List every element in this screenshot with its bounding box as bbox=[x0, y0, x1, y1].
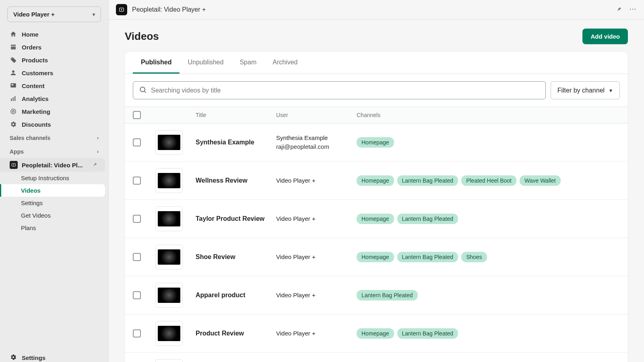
video-thumbnail[interactable] bbox=[155, 283, 183, 308]
svg-rect-2 bbox=[11, 99, 12, 101]
row-title: Shoe Review bbox=[196, 253, 276, 261]
tab-spam[interactable]: Spam bbox=[231, 51, 264, 74]
row-user-name: Video Player + bbox=[276, 214, 357, 223]
nav-label: Home bbox=[22, 31, 39, 38]
tab-unpublished[interactable]: Unpublished bbox=[180, 51, 231, 74]
row-checkbox[interactable] bbox=[133, 253, 141, 261]
gear-icon bbox=[10, 354, 17, 362]
video-thumbnail[interactable] bbox=[155, 359, 183, 362]
sidebar: Video Player + ▾ HomeOrdersProductsCusto… bbox=[0, 0, 109, 362]
marketing-icon bbox=[10, 108, 17, 115]
table-row[interactable]: Apparel productVideo Player +Lantern Bag… bbox=[125, 276, 628, 315]
home-icon bbox=[10, 31, 17, 38]
sidebar-item-analytics[interactable]: Analytics bbox=[0, 92, 108, 105]
app-subnav-get-videos[interactable]: Get Videos bbox=[0, 209, 108, 222]
sidebar-item-marketing[interactable]: Marketing bbox=[0, 105, 108, 118]
select-all-checkbox[interactable] bbox=[133, 111, 141, 119]
add-video-button[interactable]: Add video bbox=[582, 29, 628, 44]
nav-label: Customers bbox=[22, 70, 53, 76]
filter-by-channel-button[interactable]: Filter by channel ▼ bbox=[551, 81, 620, 99]
app-subnav-settings[interactable]: Settings bbox=[0, 197, 108, 209]
search-input-wrapper[interactable] bbox=[133, 81, 546, 99]
store-selector[interactable]: Video Player + ▾ bbox=[7, 6, 101, 22]
video-thumbnail[interactable] bbox=[155, 130, 183, 155]
svg-point-11 bbox=[140, 87, 145, 92]
analytics-icon bbox=[10, 95, 17, 102]
tab-archived[interactable]: Archived bbox=[264, 51, 305, 74]
table-row[interactable]: Taylor Product ReviewVideo Player +Homep… bbox=[125, 200, 628, 238]
video-thumbnail[interactable] bbox=[155, 206, 183, 231]
video-thumbnail[interactable] bbox=[155, 245, 183, 269]
row-user-name: Video Player + bbox=[276, 329, 357, 338]
pin-icon[interactable] bbox=[616, 6, 622, 14]
tabs: PublishedUnpublishedSpamArchived bbox=[125, 51, 628, 74]
app-subnav-videos[interactable]: Videos bbox=[0, 184, 105, 197]
table-body: Synthesia ExampleSynthesia Exampleraji@p… bbox=[125, 123, 628, 362]
row-checkbox[interactable] bbox=[133, 177, 141, 185]
row-checkbox[interactable] bbox=[133, 291, 141, 299]
nav-label: Content bbox=[22, 82, 45, 89]
sidebar-item-orders[interactable]: Orders bbox=[0, 41, 108, 53]
row-title: Product Review bbox=[196, 329, 276, 338]
table-row[interactable]: Wellness ReviewVideo Player +HomepageLan… bbox=[125, 162, 628, 200]
sidebar-app-peopletail[interactable]: Peopletail: Video Pl... bbox=[0, 158, 105, 172]
row-user-name: Video Player + bbox=[276, 253, 357, 261]
sales-channels-label: Sales channels bbox=[10, 135, 50, 141]
sidebar-item-discounts[interactable]: Discounts bbox=[0, 118, 108, 131]
nav-label: Orders bbox=[22, 44, 41, 51]
svg-rect-3 bbox=[13, 97, 14, 101]
sidebar-item-customers[interactable]: Customers bbox=[0, 66, 108, 79]
table-row[interactable]: Shoe ReviewVideo Player +HomepageLantern… bbox=[125, 238, 628, 276]
channel-badge: Lantern Bag Pleated bbox=[397, 328, 458, 339]
svg-line-12 bbox=[144, 91, 146, 93]
pin-icon[interactable] bbox=[92, 162, 98, 169]
store-selector-label: Video Player + bbox=[13, 11, 55, 18]
nav-label: Products bbox=[22, 57, 48, 64]
table-row[interactable]: New Tea ProductVideo Player +HomepageLan… bbox=[125, 353, 628, 362]
app-subnav: Setup InstructionsVideosSettingsGet Vide… bbox=[0, 172, 108, 234]
row-user-name: Video Player + bbox=[276, 291, 357, 300]
svg-marker-8 bbox=[13, 165, 14, 166]
table-row[interactable]: Synthesia ExampleSynthesia Exampleraji@p… bbox=[125, 123, 628, 162]
page-title: Videos bbox=[125, 30, 159, 43]
sidebar-item-home[interactable]: Home bbox=[0, 28, 108, 41]
video-thumbnail[interactable] bbox=[155, 168, 183, 193]
search-input[interactable] bbox=[151, 87, 540, 94]
discounts-icon bbox=[10, 121, 17, 128]
app-subnav-setup-instructions[interactable]: Setup Instructions bbox=[0, 172, 108, 184]
apps-header[interactable]: Apps › bbox=[0, 144, 108, 158]
channel-badge: Homepage bbox=[357, 175, 394, 186]
channel-badge: Shoes bbox=[461, 252, 487, 262]
channel-badge: Lantern Bag Pleated bbox=[357, 290, 418, 300]
apps-label: Apps bbox=[10, 148, 24, 155]
row-channels: Lantern Bag Pleated bbox=[357, 290, 620, 300]
main: Peopletail: Video Player + ··· Videos Ad… bbox=[109, 0, 644, 362]
row-channels: Homepage bbox=[357, 137, 620, 148]
channel-badge: Pleated Heel Boot bbox=[461, 175, 516, 186]
column-user: User bbox=[276, 112, 357, 118]
table-header: Title User Channels bbox=[125, 107, 628, 123]
topbar-title: Peopletail: Video Player + bbox=[132, 6, 206, 13]
sales-channels-header[interactable]: Sales channels › bbox=[0, 131, 108, 144]
videos-card: PublishedUnpublishedSpamArchived Filter … bbox=[125, 51, 628, 362]
app-subnav-plans[interactable]: Plans bbox=[0, 222, 108, 234]
sidebar-item-content[interactable]: Content bbox=[0, 79, 108, 92]
video-thumbnail[interactable] bbox=[155, 321, 183, 346]
sidebar-settings[interactable]: Settings bbox=[0, 349, 108, 362]
nav-label: Discounts bbox=[22, 121, 51, 128]
orders-icon bbox=[10, 43, 17, 51]
sidebar-item-products[interactable]: Products bbox=[0, 53, 108, 66]
row-checkbox[interactable] bbox=[133, 138, 141, 146]
row-title: Taylor Product Review bbox=[196, 214, 276, 223]
channel-badge: Wave Wallet bbox=[520, 175, 561, 186]
row-checkbox[interactable] bbox=[133, 215, 141, 223]
svg-rect-1 bbox=[12, 84, 14, 85]
channel-badge: Homepage bbox=[357, 252, 394, 262]
nav-label: Analytics bbox=[22, 95, 49, 102]
row-checkbox[interactable] bbox=[133, 329, 141, 337]
more-icon[interactable]: ··· bbox=[630, 6, 637, 14]
svg-point-5 bbox=[12, 111, 14, 113]
tab-published[interactable]: Published bbox=[133, 51, 180, 74]
table-row[interactable]: Product ReviewVideo Player +HomepageLant… bbox=[125, 315, 628, 353]
chevron-right-icon: › bbox=[97, 149, 99, 154]
